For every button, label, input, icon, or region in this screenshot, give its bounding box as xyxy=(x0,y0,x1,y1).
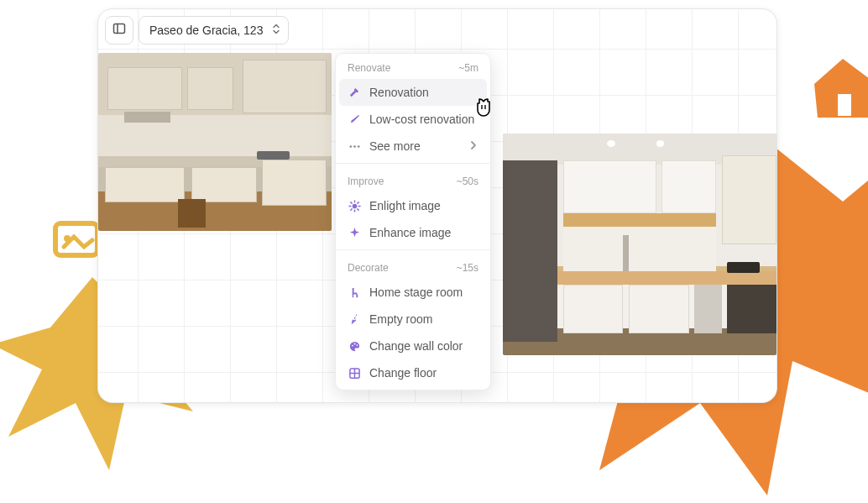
after-image[interactable] xyxy=(503,134,776,355)
menu-separator xyxy=(336,249,490,250)
palette-icon xyxy=(348,339,361,353)
menu-section-time: ~15s xyxy=(457,262,478,274)
menu-item-low-cost-renovation[interactable]: Low-cost renovation xyxy=(336,106,490,133)
menu-item-label: See more xyxy=(369,139,421,153)
address-label: Paseo de Gracia, 123 xyxy=(149,24,263,37)
chevron-right-icon xyxy=(468,139,478,153)
menu-section-header-renovate: Renovate ~5m xyxy=(336,54,490,79)
svg-point-7 xyxy=(357,145,359,148)
sparkle-icon xyxy=(348,226,361,239)
menu-item-label: Change wall color xyxy=(369,339,463,353)
svg-point-8 xyxy=(352,203,357,208)
menu-section-time: ~5m xyxy=(458,62,478,74)
menu-separator xyxy=(336,163,490,164)
menu-item-change-wall-color[interactable]: Change wall color xyxy=(336,333,490,359)
svg-point-6 xyxy=(353,145,356,148)
menu-item-label: Renovation xyxy=(369,86,429,99)
kitchen-after-illustration xyxy=(503,134,776,355)
brush-icon xyxy=(348,113,361,126)
svg-point-17 xyxy=(351,344,353,346)
svg-line-13 xyxy=(350,202,351,202)
menu-item-enhance-image[interactable]: Enhance image xyxy=(336,219,490,246)
menu-item-renovation[interactable]: Renovation xyxy=(339,79,487,106)
menu-item-label: Change floor xyxy=(369,366,437,380)
menu-item-change-floor[interactable]: Change floor xyxy=(336,359,490,390)
menu-item-see-more[interactable]: See more xyxy=(336,133,490,160)
svg-point-18 xyxy=(353,343,355,344)
menu-item-enlight-image[interactable]: Enlight image xyxy=(336,192,490,219)
context-menu: Renovate ~5m Renovation Low-cost renovat… xyxy=(335,53,491,390)
menu-section-title: Decorate xyxy=(348,262,389,274)
sun-icon xyxy=(348,199,361,212)
svg-point-19 xyxy=(356,344,358,346)
menu-item-label: Low-cost renovation xyxy=(369,113,474,126)
toolbar: Paseo de Gracia, 123 xyxy=(105,16,289,45)
menu-section-time: ~50s xyxy=(457,176,478,187)
svg-rect-2 xyxy=(838,94,851,116)
sidebar-toggle-button[interactable] xyxy=(105,16,133,45)
menu-item-label: Home stage room xyxy=(369,286,463,299)
menu-section-header-decorate: Decorate ~15s xyxy=(336,254,490,279)
menu-item-home-stage-room[interactable]: Home stage room xyxy=(336,279,490,306)
menu-item-label: Empty room xyxy=(369,312,432,326)
svg-point-5 xyxy=(349,145,352,148)
chevron-up-down-icon xyxy=(271,23,281,39)
before-image[interactable] xyxy=(98,53,332,231)
menu-section-title: Renovate xyxy=(348,62,390,74)
dots-icon xyxy=(348,139,361,153)
menu-item-empty-room[interactable]: Empty room xyxy=(336,306,490,333)
menu-section-title: Improve xyxy=(348,176,384,187)
svg-rect-3 xyxy=(114,24,125,34)
broom-icon xyxy=(348,312,361,326)
svg-line-14 xyxy=(357,208,358,209)
menu-section-header-improve: Improve ~50s xyxy=(336,167,490,192)
menu-item-label: Enhance image xyxy=(369,226,451,239)
menu-item-label: Enlight image xyxy=(369,199,441,212)
chair-icon xyxy=(348,286,361,299)
address-select[interactable]: Paseo de Gracia, 123 xyxy=(139,16,289,45)
hammer-icon xyxy=(348,86,361,99)
grid-icon xyxy=(348,366,361,380)
kitchen-before-illustration xyxy=(98,53,332,231)
app-window: Paseo de Gracia, 123 xyxy=(97,8,777,403)
svg-line-16 xyxy=(357,202,358,202)
svg-line-15 xyxy=(350,208,351,209)
panel-left-icon xyxy=(112,22,126,39)
